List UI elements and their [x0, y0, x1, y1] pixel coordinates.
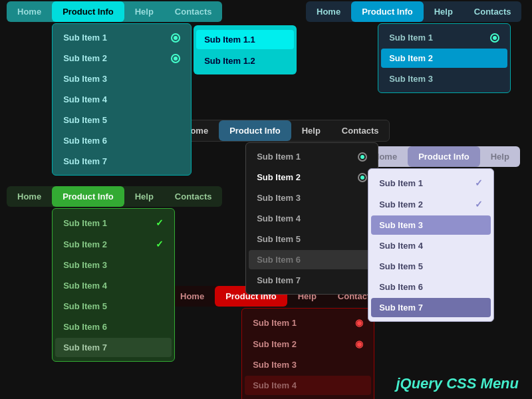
radio-icon — [490, 33, 499, 43]
item-label: Sub Item 1 — [63, 33, 107, 43]
nav-home-2[interactable]: Home — [306, 1, 351, 22]
dropdown-item[interactable]: Sub Item 4 — [55, 90, 188, 109]
dropdown-item[interactable]: Sub Item 5 — [245, 396, 371, 399]
nav-menu-6: Home Product Info Sub Item 1✓ Sub Item 2… — [362, 146, 520, 167]
dropdown-item[interactable]: Sub Item 1◉ — [245, 313, 371, 332]
brand-label: jQuery CSS Menu — [396, 375, 519, 392]
dropdown-item[interactable]: Sub Item 7 — [249, 271, 375, 290]
dropdown-6: Sub Item 1✓ Sub Item 2✓ Sub Item 3 Sub I… — [368, 168, 494, 322]
dropdown-item[interactable]: Sub Item 2✓ — [55, 234, 172, 254]
dropdown-item[interactable]: Sub Item 2◉ — [245, 334, 371, 354]
dropdown-item[interactable]: Sub Item 5 — [55, 110, 188, 130]
dropdown-item[interactable]: Sub Item 3 — [371, 215, 491, 235]
dropdown-item[interactable]: Sub Item 1✓ — [371, 173, 491, 193]
check-icon: ✓ — [475, 178, 483, 188]
nav-help-3[interactable]: Help — [291, 120, 331, 141]
check-icon: ◉ — [355, 317, 363, 328]
dropdown-item[interactable]: Sub Item 3 — [249, 188, 375, 207]
dropdown-item[interactable]: Sub Item 2✓ — [371, 194, 491, 214]
dropdown-item[interactable]: Sub Item 6 — [371, 277, 491, 297]
sub-dropdown-item[interactable]: Sub Item 1.1 — [196, 30, 294, 49]
dropdown-item[interactable]: Sub Item 1 — [381, 28, 507, 47]
dropdown-item[interactable]: Sub Item 2 — [55, 49, 188, 68]
dropdown-5: Sub Item 1◉ Sub Item 2◉ Sub Item 3 Sub I… — [241, 308, 374, 399]
nav-home-1[interactable]: Home — [7, 1, 52, 22]
sub-dropdown-1: Sub Item 1.1 Sub Item 1.2 — [194, 25, 297, 74]
dropdown-item[interactable]: Sub Item 1 Sub Item 1.1 Sub Item 1.2 — [55, 28, 188, 47]
nav-wrapper-1: Home Product Info Sub Item 1 Sub Item 1.… — [7, 1, 222, 22]
nav-wrapper-3: Home Product Info Sub Item 1 Sub Item 2 … — [174, 120, 389, 141]
nav-home-4[interactable]: Home — [7, 186, 52, 207]
radio-icon — [358, 152, 367, 162]
dropdown-item[interactable]: Sub Item 3 — [245, 355, 371, 374]
nav-help-2[interactable]: Help — [424, 1, 464, 22]
sub-dropdown-item[interactable]: Sub Item 1.2 — [196, 51, 294, 70]
nav-product-info-3[interactable]: Product Info Sub Item 1 Sub Item 2 Sub I… — [219, 120, 291, 141]
nav-home-5[interactable]: Home — [170, 286, 215, 307]
dropdown-item[interactable]: Sub Item 7 — [55, 338, 172, 357]
dropdown-item[interactable]: Sub Item 4 — [371, 236, 491, 255]
dropdown-item[interactable]: Sub Item 6 — [55, 317, 172, 336]
dropdown-item[interactable]: Sub Item 3 — [55, 255, 172, 275]
nav-menu-1: Home Product Info Sub Item 1 Sub Item 1.… — [7, 1, 222, 22]
nav-menu-3: Home Product Info Sub Item 1 Sub Item 2 … — [173, 120, 390, 142]
dropdown-item[interactable]: Sub Item 1✓ — [55, 213, 172, 233]
dropdown-item[interactable]: Sub Item 4 — [245, 376, 371, 395]
dropdown-item[interactable]: Sub Item 7 — [371, 298, 491, 317]
nav-contacts-1[interactable]: Contacts — [164, 1, 223, 22]
radio-icon — [171, 54, 180, 63]
dropdown-item[interactable]: Sub Item 6 — [249, 250, 375, 269]
nav-product-info-6[interactable]: Product Info Sub Item 1✓ Sub Item 2✓ Sub… — [408, 146, 480, 167]
dropdown-item[interactable]: Sub Item 4 — [249, 209, 375, 228]
nav-contacts-2[interactable]: Contacts — [464, 1, 522, 22]
dropdown-item[interactable]: Sub Item 4 — [55, 276, 172, 295]
dropdown-item[interactable]: Sub Item 2 — [249, 168, 375, 187]
dropdown-1: Sub Item 1 Sub Item 1.1 Sub Item 1.2 Sub… — [52, 23, 192, 176]
dropdown-item[interactable]: Sub Item 2 — [381, 49, 507, 68]
check-icon: ✓ — [156, 217, 164, 228]
nav-help-1[interactable]: Help — [124, 1, 164, 22]
nav-help-6[interactable]: Help — [480, 146, 520, 167]
nav-help-4[interactable]: Help — [124, 186, 164, 207]
nav-menu-2: Home Product Info Sub Item 1 Sub Item 2 … — [306, 1, 521, 22]
dropdown-item[interactable]: Sub Item 7 — [55, 152, 188, 171]
nav-contacts-4[interactable]: Contacts — [164, 186, 223, 207]
dropdown-item[interactable]: Sub Item 3 — [55, 69, 188, 88]
nav-product-info-1[interactable]: Product Info Sub Item 1 Sub Item 1.1 Sub… — [52, 1, 124, 22]
dropdown-3: Sub Item 1 Sub Item 2 Sub Item 3 Sub Ite… — [245, 142, 378, 295]
check-icon: ✓ — [475, 199, 483, 209]
dropdown-2: Sub Item 1 Sub Item 2 Sub Item 3 — [378, 23, 511, 93]
dropdown-4: Sub Item 1✓ Sub Item 2✓ Sub Item 3 Sub I… — [52, 208, 175, 362]
dropdown-item[interactable]: Sub Item 1 — [249, 147, 375, 166]
radio-icon — [358, 173, 367, 182]
dropdown-item[interactable]: Sub Item 3 — [381, 69, 507, 88]
nav-wrapper-4: Home Product Info Sub Item 1✓ Sub Item 2… — [7, 186, 222, 207]
dropdown-item[interactable]: Sub Item 5 — [55, 297, 172, 316]
dropdown-item[interactable]: Sub Item 5 — [249, 229, 375, 249]
nav-contacts-3[interactable]: Contacts — [331, 120, 390, 141]
check-icon: ◉ — [355, 338, 363, 349]
nav-product-info-2[interactable]: Product Info Sub Item 1 Sub Item 2 Sub I… — [351, 1, 424, 22]
dropdown-item[interactable]: Sub Item 6 — [55, 131, 188, 150]
dropdown-item[interactable]: Sub Item 5 — [371, 257, 491, 276]
nav-wrapper-2: Home Product Info Sub Item 1 Sub Item 2 … — [306, 1, 521, 22]
nav-product-info-4[interactable]: Product Info Sub Item 1✓ Sub Item 2✓ Sub… — [52, 186, 124, 207]
check-icon: ✓ — [156, 239, 164, 249]
nav-menu-4: Home Product Info Sub Item 1✓ Sub Item 2… — [7, 186, 222, 207]
nav-wrapper-6: Home Product Info Sub Item 1✓ Sub Item 2… — [362, 146, 520, 167]
radio-icon — [171, 33, 180, 43]
